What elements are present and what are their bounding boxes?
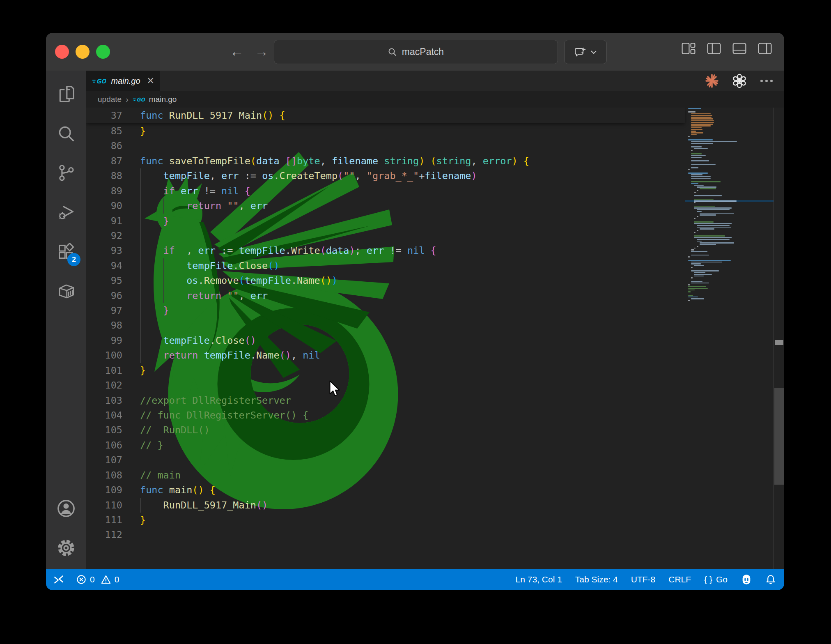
openai-logo-icon[interactable]	[732, 73, 747, 89]
code-line[interactable]: 87func saveToTempFile(data []byte, filen…	[86, 154, 784, 168]
close-window-button[interactable]	[55, 45, 69, 59]
minimap-slider[interactable]	[775, 340, 783, 345]
minimize-window-button[interactable]	[76, 45, 90, 59]
code-line[interactable]: 102	[86, 378, 784, 393]
code-line[interactable]: 106// }	[86, 438, 784, 453]
indentation[interactable]: Tab Size: 4	[575, 575, 618, 584]
eol-sequence[interactable]: CRLF	[668, 575, 691, 584]
line-code: if _, err := tempFile.Write(data); err !…	[140, 243, 436, 258]
container-tools-icon[interactable]	[53, 278, 79, 304]
code-line[interactable]: 110 RunDLL_5917_Main()	[86, 498, 784, 513]
copilot-status[interactable]	[741, 574, 752, 585]
code-line[interactable]: 90 return "", err	[86, 198, 784, 213]
breadcrumb-folder[interactable]: update	[98, 95, 122, 104]
go-file-icon: GO	[92, 77, 106, 85]
code-line[interactable]: 103//export DllRegisterServer	[86, 393, 784, 408]
indent-guide	[140, 273, 141, 288]
claude-starburst-icon[interactable]	[705, 74, 719, 88]
line-number: 112	[86, 527, 122, 542]
sticky-scroll-line[interactable]: 37 func RunDLL_5917_Main() {	[86, 108, 685, 123]
language-mode[interactable]: { } Go	[704, 575, 728, 584]
code-line[interactable]: 100 return tempFile.Name(), nil	[86, 348, 784, 363]
encoding[interactable]: UTF-8	[631, 575, 656, 584]
code-line[interactable]: 105// RunDLL()	[86, 423, 784, 437]
run-debug-icon[interactable]	[53, 200, 79, 225]
extensions-icon[interactable]: 2	[53, 239, 79, 264]
code-line[interactable]: 86	[86, 138, 784, 153]
code-line[interactable]: 85}	[86, 124, 784, 138]
line-number: 88	[86, 168, 122, 183]
search-value: macPatch	[402, 46, 444, 58]
search-view-icon[interactable]	[53, 121, 79, 146]
scrollbar-rail-divider	[774, 108, 774, 569]
code-line[interactable]: 99 tempFile.Close()	[86, 333, 784, 348]
indent-guide	[140, 198, 141, 213]
line-code: //export DllRegisterServer	[140, 393, 291, 408]
settings-gear-icon[interactable]	[53, 535, 79, 561]
code-line[interactable]: 101}	[86, 363, 784, 378]
toggle-panel-icon[interactable]	[732, 43, 746, 54]
chat-toggle-button[interactable]	[564, 40, 607, 64]
code-line[interactable]: 91 }	[86, 214, 784, 228]
warning-icon	[101, 575, 111, 584]
source-control-icon[interactable]	[53, 160, 79, 186]
command-center-search[interactable]: macPatch	[274, 40, 558, 64]
code-line[interactable]: 93 if _, err := tempFile.Write(data); er…	[86, 243, 784, 258]
back-arrow-icon[interactable]: ←	[230, 44, 244, 60]
explorer-icon[interactable]	[53, 81, 79, 107]
line-code: }	[140, 303, 169, 318]
title-bar: ← → macPatch	[46, 33, 784, 71]
account-icon[interactable]	[53, 496, 79, 521]
go-file-icon: GO	[133, 96, 145, 103]
minimap-row	[685, 300, 774, 301]
vertical-scrollbar-thumb[interactable]	[774, 388, 784, 485]
zoom-window-button[interactable]	[96, 45, 110, 59]
line-number: 105	[86, 423, 122, 437]
problems-indicator[interactable]: 0 0	[76, 575, 119, 584]
more-actions-icon[interactable]	[760, 79, 774, 83]
tab-close-icon[interactable]: ✕	[147, 76, 154, 86]
indent-guide	[140, 333, 141, 348]
indent-guide	[163, 273, 164, 288]
copilot-icon	[741, 574, 752, 585]
toggle-secondary-sidebar-icon[interactable]	[758, 43, 772, 54]
code-line[interactable]: 104// func DllRegisterServer() {	[86, 408, 784, 423]
notifications[interactable]	[765, 574, 776, 585]
code-line[interactable]: 98	[86, 318, 784, 333]
code-line[interactable]: 112	[86, 527, 784, 542]
forward-arrow-icon[interactable]: →	[255, 44, 269, 60]
chat-sparkle-icon	[574, 46, 586, 58]
indent-guide	[140, 303, 141, 318]
customize-layout-icon[interactable]	[682, 43, 696, 54]
cursor-position[interactable]: Ln 73, Col 1	[516, 575, 562, 584]
code-editor[interactable]: 37 func RunDLL_5917_Main() { 85}8687func…	[86, 108, 784, 569]
code-line[interactable]: 111}	[86, 513, 784, 527]
line-number: 96	[86, 288, 122, 303]
code-line[interactable]: 94 tempFile.Close()	[86, 258, 784, 273]
code-line[interactable]: 96 return "", err	[86, 288, 784, 303]
code-line[interactable]: 108// main	[86, 468, 784, 483]
indent-guide	[140, 288, 141, 303]
code-line[interactable]: 88 tempFile, err := os.CreateTemp("", "g…	[86, 168, 784, 183]
code-line[interactable]: 109func main() {	[86, 483, 784, 497]
indent-guide	[140, 168, 141, 183]
remote-indicator[interactable]	[53, 574, 64, 585]
code-line[interactable]: 97 }	[86, 303, 784, 318]
toggle-primary-sidebar-icon[interactable]	[707, 43, 721, 54]
minimap[interactable]	[685, 108, 774, 301]
line-number: 101	[86, 363, 122, 378]
code-line[interactable]: 95 os.Remove(tempFile.Name())	[86, 273, 784, 288]
line-code: return tempFile.Name(), nil	[140, 348, 320, 363]
code-line[interactable]: 89 if err != nil {	[86, 184, 784, 198]
indent-guide	[140, 348, 141, 363]
breadcrumb-separator-icon: ›	[126, 95, 129, 104]
tab-main-go[interactable]: GO main.go ✕	[86, 71, 160, 91]
line-number: 109	[86, 483, 122, 497]
code-line[interactable]: 107	[86, 453, 784, 467]
traffic-lights	[55, 45, 110, 59]
line-number: 95	[86, 273, 122, 288]
line-code: tempFile, err := os.CreateTemp("", "grab…	[140, 168, 477, 183]
breadcrumb-file[interactable]: main.go	[149, 95, 177, 104]
line-number: 110	[86, 498, 122, 513]
code-line[interactable]: 92	[86, 228, 784, 243]
